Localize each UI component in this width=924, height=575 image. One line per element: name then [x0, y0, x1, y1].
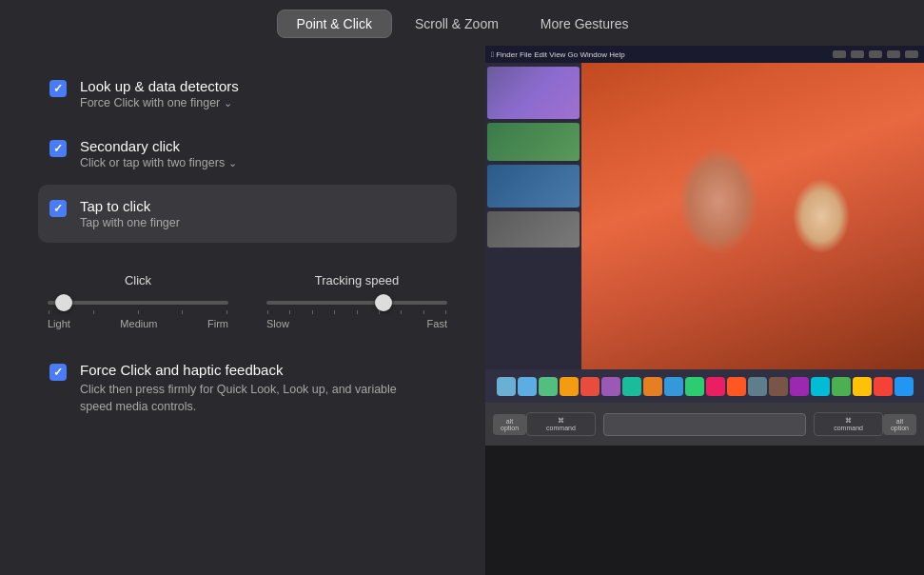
secondary-click-text: Secondary click Click or tap with two fi… — [80, 138, 237, 169]
click-label-medium: Medium — [120, 318, 157, 329]
look-up-text: Look up & data detectors Force Click wit… — [80, 78, 239, 109]
dock-icon-17 — [853, 377, 872, 396]
key-command-left: ⌘command — [526, 412, 596, 436]
checkbox-tap-to-click-container — [49, 200, 67, 217]
key-alt-right: altoption — [883, 414, 916, 435]
tap-to-click-text: Tap to click Tap with one finger — [80, 198, 180, 229]
dock-icon-1 — [518, 377, 537, 396]
click-slider-thumb[interactable] — [55, 294, 72, 311]
ttick-5 — [357, 310, 358, 314]
tab-bar: Point & Click Scroll & Zoom More Gesture… — [0, 0, 924, 46]
tracking-slider-thumb[interactable] — [375, 294, 392, 311]
dock-icon-19 — [895, 377, 914, 396]
ttick-7 — [401, 310, 402, 314]
checkbox-force-click[interactable] — [49, 364, 67, 381]
dock-icon-18 — [874, 377, 893, 396]
tick-1 — [49, 310, 49, 314]
status-icon-5 — [905, 50, 918, 58]
photo-thumb-2 — [487, 123, 580, 161]
setting-look-up: Look up & data detectors Force Click wit… — [38, 65, 457, 123]
checkbox-secondary-click[interactable] — [49, 140, 67, 157]
dock-icon-5 — [601, 377, 620, 396]
setting-secondary-click: Secondary click Click or tap with two fi… — [38, 125, 457, 183]
photo-thumb-1 — [487, 67, 580, 119]
tick-3 — [138, 310, 139, 314]
dock-icon-2 — [539, 377, 558, 396]
left-panel: Look up & data detectors Force Click wit… — [0, 46, 485, 575]
click-slider-ticks — [48, 310, 228, 314]
menu-items:  Finder File Edit View Go Window Help — [491, 50, 625, 59]
checkbox-secondary-click-container — [49, 140, 67, 157]
dock-icon-0 — [497, 377, 516, 396]
checkbox-look-up-container — [49, 80, 67, 97]
tracking-slider-label: Tracking speed — [315, 273, 399, 288]
tap-to-click-subtitle: Tap with one finger — [80, 216, 180, 229]
dock-icon-13 — [769, 377, 788, 396]
dock-icon-11 — [727, 377, 746, 396]
menu-bar:  Finder File Edit View Go Window Help — [485, 46, 924, 63]
look-up-title: Look up & data detectors — [80, 78, 239, 94]
click-label-light: Light — [48, 318, 70, 329]
secondary-click-title: Secondary click — [80, 138, 237, 154]
spacebar — [603, 413, 806, 436]
tracking-slider-labels: Slow Fast — [266, 318, 447, 329]
dock-icon-7 — [643, 377, 662, 396]
click-slider-track-container — [48, 301, 228, 305]
tab-more-gestures[interactable]: More Gestures — [521, 10, 648, 37]
look-up-chevron: ⌄ — [224, 97, 232, 109]
tracking-slider-group: Tracking speed — [266, 273, 447, 329]
tab-point-click[interactable]: Point & Click — [277, 10, 392, 38]
dock-icon-6 — [622, 377, 641, 396]
ttick-9 — [445, 310, 446, 314]
checkbox-look-up[interactable] — [49, 80, 67, 97]
photo-thumb-3 — [487, 165, 580, 208]
setting-force-click: Force Click and haptic feedback Click th… — [38, 348, 457, 428]
dock-icon-4 — [580, 377, 600, 396]
look-up-subtitle[interactable]: Force Click with one finger ⌄ — [80, 96, 239, 109]
dock-icon-14 — [790, 377, 809, 396]
photos-sidebar — [485, 63, 581, 369]
dock-area — [485, 369, 924, 403]
tick-4 — [182, 310, 183, 314]
key-alt-left: altoption — [493, 414, 526, 435]
right-panel:  Finder File Edit View Go Window Help — [485, 46, 924, 575]
click-label-firm: Firm — [207, 318, 228, 329]
force-click-text: Force Click and haptic feedback Click th… — [80, 362, 423, 415]
tracking-label-fast: Fast — [427, 318, 447, 329]
keyboard-area: altoption ⌘command ⌘command altoption — [485, 403, 924, 446]
tick-2 — [93, 310, 94, 314]
dock-icon-3 — [560, 377, 579, 396]
ttick-3 — [312, 310, 313, 314]
ttick-2 — [289, 310, 290, 314]
tracking-slider-track-container — [266, 301, 447, 305]
click-slider-group: Click Light Medium Firm — [48, 273, 228, 329]
tracking-slider-track[interactable] — [266, 301, 447, 305]
ttick-4 — [334, 310, 335, 314]
dock-icon-8 — [664, 377, 683, 396]
status-icon-4 — [887, 50, 900, 58]
dock-icon-12 — [748, 377, 767, 396]
force-click-subtitle: Click then press firmly for Quick Look, … — [80, 382, 423, 415]
tick-5 — [226, 310, 227, 314]
click-slider-labels: Light Medium Firm — [48, 318, 228, 329]
secondary-click-chevron: ⌄ — [228, 157, 237, 169]
ttick-8 — [423, 310, 424, 314]
menu-finder:  Finder File Edit View Go Window Help — [491, 50, 625, 59]
secondary-click-subtitle[interactable]: Click or tap with two fingers ⌄ — [80, 156, 237, 169]
click-slider-track[interactable] — [48, 301, 228, 305]
ttick-1 — [267, 310, 268, 314]
tap-to-click-title: Tap to click — [80, 198, 180, 214]
dock-icon-10 — [706, 377, 725, 396]
tab-scroll-zoom[interactable]: Scroll & Zoom — [396, 10, 518, 37]
force-click-title: Force Click and haptic feedback — [80, 362, 423, 378]
sliders-section: Click Light Medium Firm — [38, 254, 457, 339]
photo-main — [581, 63, 924, 369]
menu-status-icons — [833, 50, 918, 58]
main-content: Look up & data detectors Force Click wit… — [0, 46, 924, 575]
face-area — [581, 63, 924, 369]
photo-thumb-4 — [487, 211, 580, 248]
checkbox-tap-to-click[interactable] — [49, 200, 67, 217]
ttick-6 — [379, 310, 380, 314]
setting-tap-to-click: Tap to click Tap with one finger — [38, 185, 457, 243]
status-icon-3 — [869, 50, 882, 58]
